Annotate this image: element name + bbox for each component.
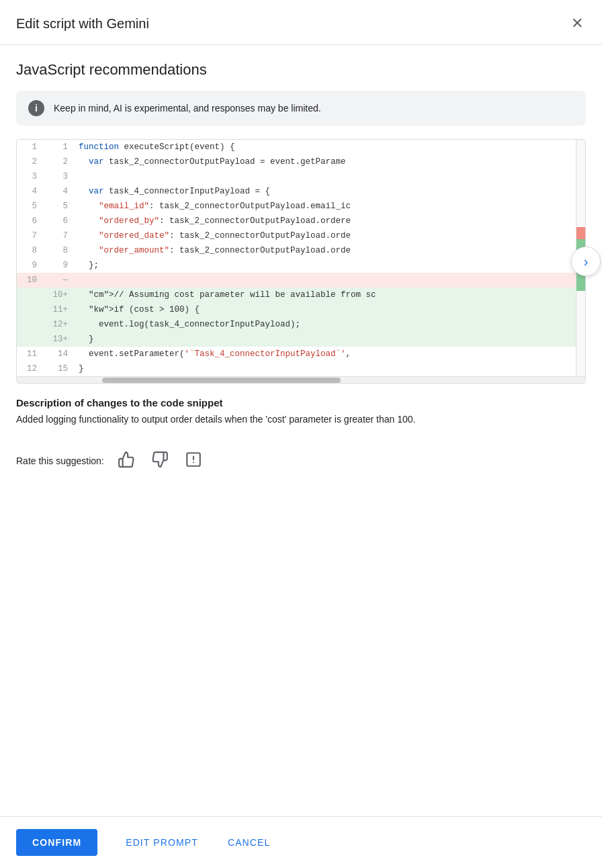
line-num-old: 3 xyxy=(17,169,42,184)
line-num-new: 11+ xyxy=(42,302,73,317)
info-icon: i xyxy=(28,100,44,116)
thumbs-down-icon xyxy=(151,460,169,470)
line-num-new: 2 xyxy=(42,155,73,169)
section-title: JavaScript recommendations xyxy=(16,61,586,79)
line-num-old: 12 xyxy=(17,361,42,376)
description-section: Description of changes to the code snipp… xyxy=(16,389,586,427)
dialog-title: Edit script with Gemini xyxy=(16,16,149,32)
line-num-old: 5 xyxy=(17,199,42,214)
line-num-new: 5 xyxy=(42,199,73,214)
minimap-deleted xyxy=(576,227,585,239)
line-num-old xyxy=(17,302,42,317)
line-num-old: 2 xyxy=(17,155,42,169)
flag-icon xyxy=(185,460,202,470)
next-button[interactable]: › xyxy=(571,247,601,276)
code-line-content: "email_id": task_2_connectorOutputPayloa… xyxy=(73,199,585,214)
code-line-content: "order_amount": task_2_connectorOutputPa… xyxy=(73,243,585,258)
dialog-body: JavaScript recommendations i Keep in min… xyxy=(0,45,602,816)
info-banner-text: Keep in mind, AI is experimental, and re… xyxy=(54,103,321,114)
line-num-old: 7 xyxy=(17,228,42,243)
line-num-old: 4 xyxy=(17,184,42,199)
code-line-content: "cm">// Assuming cost parameter will be … xyxy=(73,288,585,302)
description-text: Added logging functionality to output or… xyxy=(16,413,586,427)
code-line-content: "ordered_date": task_2_connectorOutputPa… xyxy=(73,228,585,243)
code-line-content: var task_2_connectorOutputPayload = even… xyxy=(73,155,585,169)
line-num-new: 13+ xyxy=(42,332,73,347)
code-line-content: event.setParameter('`Task_4_connectorInp… xyxy=(73,347,585,361)
info-banner: i Keep in mind, AI is experimental, and … xyxy=(16,91,586,126)
code-line-content: "kw">if (cost > 100) { xyxy=(73,302,585,317)
line-num-old: 1 xyxy=(17,140,42,155)
line-num-new: 4 xyxy=(42,184,73,199)
code-line-content: }; xyxy=(73,258,585,273)
code-line-content: } xyxy=(73,332,585,347)
line-num-old xyxy=(17,317,42,332)
line-num-new: 8 xyxy=(42,243,73,258)
horizontal-scrollbar[interactable] xyxy=(17,376,585,383)
code-line-content: } xyxy=(73,361,585,376)
code-container: 11function executeScript(event) {22 var … xyxy=(16,139,586,384)
code-line-content xyxy=(73,169,585,184)
code-line-content xyxy=(73,273,585,288)
flag-button[interactable] xyxy=(182,448,205,473)
line-num-old: 11 xyxy=(17,347,42,361)
line-num-new: 6 xyxy=(42,214,73,228)
line-num-old: 8 xyxy=(17,243,42,258)
line-num-new: 1 xyxy=(42,140,73,155)
code-line-content: var task_4_connectorInputPayload = { xyxy=(73,184,585,199)
line-num-new: 7 xyxy=(42,228,73,243)
confirm-button[interactable]: CONFIRM xyxy=(16,829,97,856)
code-line-content: function executeScript(event) { xyxy=(73,140,585,155)
line-num-new: 9 xyxy=(42,258,73,273)
line-num-new: 3 xyxy=(42,169,73,184)
code-line-content: "ordered_by": task_2_connectorOutputPayl… xyxy=(73,214,585,228)
code-diff-wrapper: 11function executeScript(event) {22 var … xyxy=(16,139,586,384)
thumbs-up-icon xyxy=(118,460,135,470)
dialog-footer: CONFIRM EDIT PROMPT CANCEL xyxy=(0,816,602,868)
code-line-content: event.log(task_4_connectorInputPayload); xyxy=(73,317,585,332)
line-num-old: 10 xyxy=(17,273,42,288)
rating-label: Rate this suggestion: xyxy=(16,455,104,466)
line-num-new: 12+ xyxy=(42,317,73,332)
scrollbar-thumb xyxy=(102,378,341,383)
description-title: Description of changes to the code snipp… xyxy=(16,397,586,408)
edit-prompt-button[interactable]: EDIT PROMPT xyxy=(114,829,210,856)
line-num-old xyxy=(17,288,42,302)
line-num-new: 15 xyxy=(42,361,73,376)
line-num-new: 10+ xyxy=(42,288,73,302)
thumbs-down-button[interactable] xyxy=(148,448,171,473)
line-num-new: — xyxy=(42,273,73,288)
line-num-old: 6 xyxy=(17,214,42,228)
line-num-old xyxy=(17,332,42,347)
dialog-header: Edit script with Gemini ✕ xyxy=(0,0,602,45)
rating-section: Rate this suggestion: xyxy=(16,440,586,489)
cancel-button[interactable]: CANCEL xyxy=(216,829,283,856)
thumbs-up-button[interactable] xyxy=(115,448,138,473)
dialog: Edit script with Gemini ✕ JavaScript rec… xyxy=(0,0,602,868)
code-table: 11function executeScript(event) {22 var … xyxy=(17,140,585,376)
line-num-old: 9 xyxy=(17,258,42,273)
line-num-new: 14 xyxy=(42,347,73,361)
close-button[interactable]: ✕ xyxy=(568,13,586,34)
